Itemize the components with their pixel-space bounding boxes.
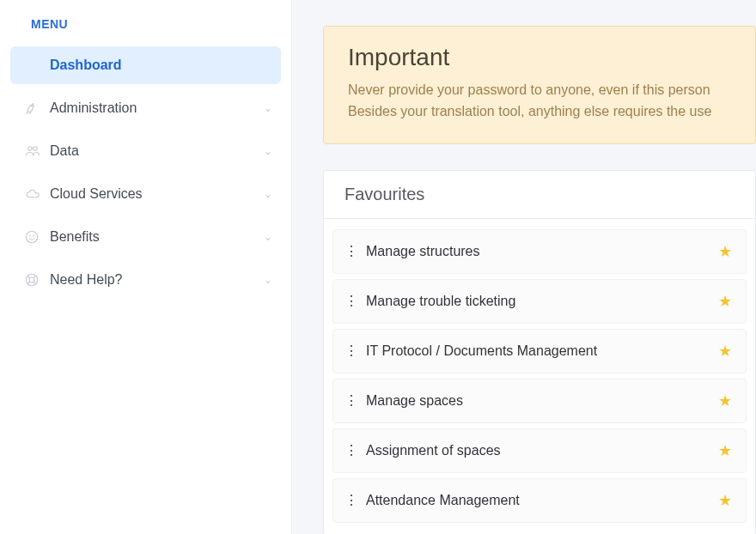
drag-handle-icon[interactable]: ⋮ (342, 343, 359, 359)
nav-item-dashboard[interactable]: Dashboard (10, 46, 281, 84)
favourite-label: Attendance Management (366, 493, 718, 508)
svg-point-0 (32, 105, 34, 106)
nav-label: Administration (50, 100, 264, 116)
favourite-label: IT Protocol / Documents Management (366, 343, 718, 359)
nav-label: Cloud Services (50, 186, 264, 202)
svg-point-1 (28, 147, 33, 151)
nav-label: Dashboard (50, 58, 272, 73)
favourites-card: Favourites ⋮ Manage structures ★ ⋮ Manag… (323, 170, 756, 534)
star-icon[interactable]: ★ (718, 441, 732, 460)
drag-handle-icon[interactable]: ⋮ (342, 293, 359, 309)
star-icon[interactable]: ★ (718, 242, 732, 261)
favourites-list: ⋮ Manage structures ★ ⋮ Manage trouble t… (324, 219, 755, 534)
svg-point-7 (29, 277, 34, 282)
svg-point-3 (26, 231, 38, 243)
favourite-item[interactable]: ⋮ Assignment of spaces ★ (332, 428, 747, 473)
favourite-label: Manage spaces (366, 393, 718, 409)
chevron-down-icon: ⌄ (264, 145, 272, 157)
life-ring-icon (24, 272, 50, 288)
svg-point-2 (34, 147, 38, 151)
important-alert: Important Never provide your password to… (323, 26, 756, 144)
nav-label: Benefits (50, 229, 264, 245)
favourite-item[interactable]: ⋮ IT Protocol / Documents Management ★ (332, 329, 747, 373)
chevron-down-icon: ⌄ (264, 231, 272, 243)
nav-label: Data (50, 143, 264, 159)
favourites-title: Favourites (324, 171, 755, 219)
drag-handle-icon[interactable]: ⋮ (342, 243, 359, 259)
nav-item-cloud-services[interactable]: Cloud Services ⌄ (10, 175, 281, 213)
favourite-label: Manage trouble ticketing (366, 294, 718, 309)
smile-icon (24, 229, 50, 245)
svg-point-4 (29, 235, 30, 236)
cloud-icon (24, 186, 50, 202)
rocket-icon (24, 100, 50, 116)
favourite-label: Assignment of spaces (366, 443, 718, 458)
favourite-item[interactable]: ⋮ Manage structures ★ (332, 229, 747, 274)
star-icon[interactable]: ★ (718, 491, 732, 510)
alert-title: Important (348, 44, 731, 71)
alert-line-2: Besides your translation tool, anything … (348, 104, 711, 118)
nav-item-administration[interactable]: Administration ⌄ (10, 89, 281, 127)
chevron-down-icon: ⌄ (264, 102, 272, 114)
drag-handle-icon[interactable]: ⋮ (342, 492, 359, 508)
alert-line-1: Never provide your password to anyone, e… (348, 82, 710, 97)
chevron-down-icon: ⌄ (264, 188, 272, 200)
star-icon[interactable]: ★ (718, 292, 732, 311)
star-icon[interactable]: ★ (718, 391, 732, 410)
main-content: Important Never provide your password to… (292, 0, 756, 534)
star-icon[interactable]: ★ (718, 342, 732, 361)
favourite-label: Manage structures (366, 244, 718, 259)
nav-item-benefits[interactable]: Benefits ⌄ (10, 218, 281, 256)
drag-handle-icon[interactable]: ⋮ (342, 392, 359, 409)
sidebar: MENU Dashboard Administration ⌄ D (0, 0, 292, 534)
favourite-item[interactable]: ⋮ Attendance Management ★ (332, 478, 747, 523)
drag-handle-icon[interactable]: ⋮ (342, 442, 359, 458)
nav-item-need-help[interactable]: Need Help? ⌄ (10, 261, 281, 299)
alert-body: Never provide your password to anyone, e… (348, 80, 731, 123)
chevron-down-icon: ⌄ (264, 274, 272, 286)
svg-point-5 (34, 235, 34, 236)
nav-label: Need Help? (50, 272, 264, 288)
favourite-item[interactable]: ⋮ Manage trouble ticketing ★ (332, 279, 747, 324)
users-icon (24, 143, 50, 159)
menu-title: MENU (10, 17, 281, 46)
favourite-item[interactable]: ⋮ Manage spaces ★ (332, 379, 747, 423)
nav-item-data[interactable]: Data ⌄ (10, 132, 281, 170)
